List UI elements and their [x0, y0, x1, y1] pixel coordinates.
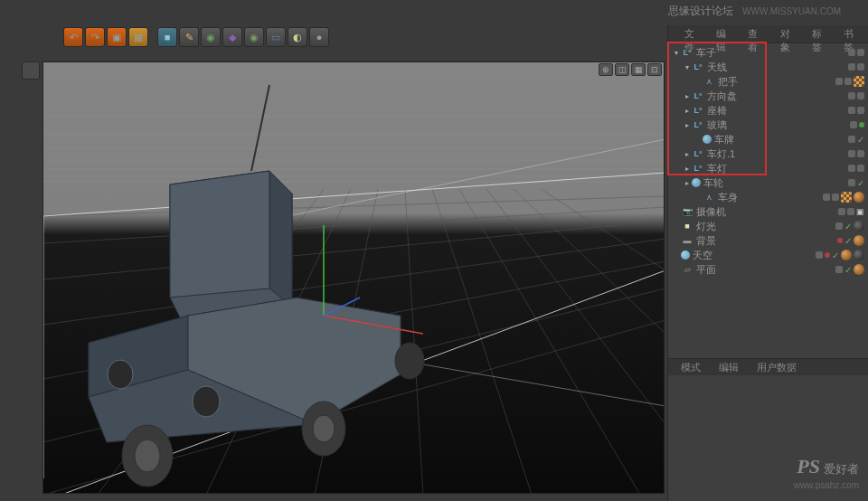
material-tag[interactable]: [854, 235, 864, 246]
material-tag[interactable]: [854, 250, 864, 260]
tree-row-handle[interactable]: ⋏ 把手: [668, 74, 868, 89]
vis-dot[interactable]: [857, 165, 864, 172]
tab-objects[interactable]: 对象: [773, 25, 805, 43]
tree-row-body[interactable]: ⋏ 车身: [668, 190, 868, 204]
redo-icon: ↷: [91, 32, 99, 43]
tree-row-camera[interactable]: 📷 摄像机 ▣: [668, 204, 868, 219]
vp-pan-button[interactable]: ⊕: [599, 63, 613, 76]
vis-dot[interactable]: [823, 194, 830, 201]
expand-icon[interactable]: ▸: [683, 149, 692, 158]
viewport-controls: ⊕ ◫ ▦ ⊡: [599, 63, 662, 76]
material-tag[interactable]: [854, 264, 864, 275]
tree-row-headlight1[interactable]: ▸ L° 车灯.1: [668, 147, 868, 161]
check-icon[interactable]: ✓: [857, 178, 864, 188]
tab-mode[interactable]: 模式: [677, 359, 704, 375]
material-tag[interactable]: [854, 221, 864, 232]
scene-button[interactable]: ●: [309, 27, 329, 47]
tree-row-seat[interactable]: ▸ L° 座椅: [668, 103, 868, 118]
vis-dot[interactable]: [847, 208, 854, 215]
vp-rotate-button[interactable]: ▦: [631, 63, 646, 76]
vis-dot[interactable]: [816, 251, 823, 259]
vis-dot[interactable]: [848, 92, 855, 99]
tab-edit2[interactable]: 编辑: [715, 359, 742, 375]
camera-button[interactable]: ▭: [266, 27, 286, 47]
vis-dot[interactable]: [857, 63, 864, 71]
vis-dot[interactable]: [848, 49, 855, 56]
svg-line-24: [288, 139, 665, 216]
material-tag[interactable]: [854, 76, 864, 87]
pen-button[interactable]: ✎: [179, 27, 199, 47]
vis-dot[interactable]: [844, 78, 852, 85]
check-icon[interactable]: ✓: [844, 265, 852, 275]
vis-dot[interactable]: [848, 136, 855, 143]
vis-dot[interactable]: [850, 121, 857, 128]
tab-tags[interactable]: 标签: [805, 25, 836, 43]
tree-row-background[interactable]: ▬ 背景 ✓: [668, 233, 868, 248]
tree-row-car[interactable]: ▾ L° 车子: [668, 45, 868, 60]
vis-dot[interactable]: [835, 78, 843, 85]
vis-dot[interactable]: [857, 49, 864, 56]
environment-button[interactable]: ◉: [244, 27, 264, 47]
vis-dot[interactable]: [848, 165, 855, 172]
vis-dot[interactable]: [837, 238, 843, 243]
tab-view[interactable]: 查看: [741, 25, 772, 43]
material-tag[interactable]: [841, 192, 852, 203]
expand-icon[interactable]: ▸: [683, 120, 692, 129]
render-settings-button[interactable]: ▦: [128, 27, 148, 47]
tree-row-wheels[interactable]: ▸ 车轮 ✓: [668, 175, 868, 190]
check-icon[interactable]: ✓: [832, 250, 839, 260]
tree-row-plate[interactable]: 车牌 ✓: [668, 132, 868, 147]
deformer-button[interactable]: ◆: [222, 27, 242, 47]
active-cam-icon[interactable]: ▣: [856, 207, 864, 216]
render-view-button[interactable]: ▣: [107, 27, 127, 47]
vp-layout-button[interactable]: ⊡: [647, 63, 662, 76]
expand-icon[interactable]: ▸: [683, 106, 692, 115]
expand-icon[interactable]: ▸: [683, 91, 692, 100]
tree-row-antenna[interactable]: ▾ L° 天线: [668, 60, 868, 74]
vis-dot[interactable]: [848, 179, 855, 186]
tab-userdata[interactable]: 用户数据: [753, 359, 800, 375]
vis-dot[interactable]: [832, 194, 839, 201]
vis-dot[interactable]: [857, 107, 864, 114]
vis-dot[interactable]: [848, 150, 855, 157]
redo-button[interactable]: ↷: [85, 27, 105, 47]
vis-dot[interactable]: [825, 252, 830, 258]
vis-dot[interactable]: [857, 92, 864, 99]
expand-icon[interactable]: ▾: [672, 48, 681, 57]
check-icon[interactable]: ✓: [844, 236, 852, 246]
tab-bookmarks[interactable]: 书签: [836, 25, 868, 43]
expand-icon[interactable]: ▸: [683, 178, 692, 187]
expand-icon[interactable]: ▸: [683, 164, 692, 173]
tree-row-glass[interactable]: ▸ L° 玻璃: [668, 118, 868, 132]
vis-dot[interactable]: [835, 266, 843, 273]
expand-icon[interactable]: ▾: [683, 62, 692, 71]
spacer: [672, 207, 681, 216]
tab-file[interactable]: 文件: [677, 25, 709, 43]
light-button[interactable]: ◐: [288, 27, 307, 47]
viewport-3d[interactable]: [42, 61, 665, 494]
vis-dot[interactable]: [848, 107, 855, 114]
cube-button[interactable]: ■: [157, 27, 177, 47]
object-manager-panel: 文件 编辑 查看 对象 标签 书签 ▾ L° 车子 ▾ L° 天线 ⋏ 把手 ▸…: [667, 25, 868, 501]
tree-row-light[interactable]: ■ 灯光 ✓: [668, 219, 868, 233]
check-icon[interactable]: ✓: [857, 135, 864, 145]
vis-dot[interactable]: [857, 150, 864, 157]
undo-icon: ↶: [70, 32, 78, 43]
check-icon[interactable]: ✓: [844, 222, 852, 232]
vp-zoom-button[interactable]: ◫: [615, 63, 629, 76]
tree-row-headlight[interactable]: ▸ L° 车灯: [668, 161, 868, 175]
vis-dot[interactable]: [848, 63, 855, 71]
tree-row-plane[interactable]: ▱ 平面 ✓: [668, 262, 868, 277]
deformer-icon: ◆: [229, 32, 236, 43]
phong-tag[interactable]: [854, 192, 864, 203]
tree-row-steering[interactable]: ▸ L° 方向盘: [668, 89, 868, 103]
tab-edit[interactable]: 编辑: [709, 25, 741, 43]
material-tag[interactable]: [841, 250, 852, 260]
undo-button[interactable]: ↶: [63, 27, 83, 47]
vis-dot[interactable]: [835, 222, 843, 230]
strip-btn-1[interactable]: [22, 61, 40, 80]
vis-dot[interactable]: [838, 208, 845, 215]
vis-dot[interactable]: [859, 122, 864, 128]
tree-row-sky[interactable]: 天空 ✓: [668, 248, 868, 262]
subdivision-button[interactable]: ◉: [201, 27, 221, 47]
